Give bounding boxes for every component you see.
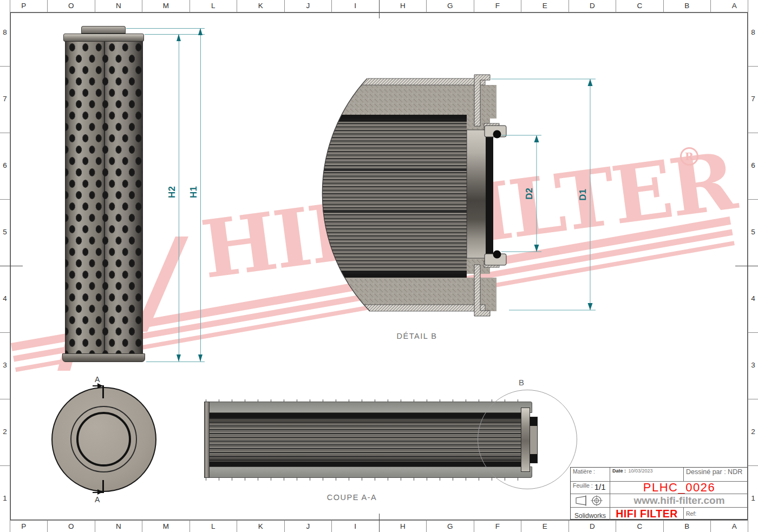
- dimension-label-d2: D2: [524, 188, 534, 200]
- registered-trademark-icon: R: [680, 147, 698, 166]
- grid-tick: [748, 66, 758, 67]
- h2-arrow-bottom: [177, 354, 181, 362]
- h2-arrow-top: [177, 34, 181, 41]
- ref-label: Ref:: [686, 510, 696, 517]
- grid-tick: [748, 465, 758, 466]
- detail-callout-circle: [478, 390, 577, 489]
- grid-tick: [748, 399, 758, 399]
- grid-tick: [748, 133, 758, 133]
- grid-column-label: M: [155, 2, 177, 10]
- grid-tick: [95, 521, 95, 532]
- section-outer-band-bottom: [206, 467, 532, 478]
- grid-tick: [568, 521, 569, 532]
- grid-tick: [190, 0, 190, 12]
- grid-tick: [521, 521, 521, 532]
- grid-column-label: C: [629, 522, 650, 530]
- grid-column-label: B: [676, 2, 698, 10]
- grid-tick: [663, 521, 664, 532]
- center-mark-top: [379, 0, 380, 18]
- website: www.hifi-filter.com: [610, 494, 748, 508]
- grid-column-label: N: [108, 522, 129, 530]
- grid-row-label: 1: [0, 494, 10, 502]
- title-block: Matière : Date : 10/03/2023 Dessiné par …: [570, 467, 748, 520]
- grid-column-label: L: [202, 2, 224, 10]
- detail-callout-letter: B: [519, 378, 524, 387]
- grid-row-label: 8: [748, 28, 758, 36]
- section-black-band-bottom: [206, 462, 521, 467]
- center-mark-right: [735, 266, 758, 266]
- grid-column-label: H: [392, 522, 414, 530]
- grid-tick: [616, 521, 616, 532]
- grid-tick: [710, 521, 711, 532]
- section-outer-band-top: [206, 402, 532, 413]
- grid-column-label: G: [439, 522, 461, 530]
- grid-row-label: 1: [748, 494, 758, 502]
- h-extension-bottom: [146, 362, 205, 362]
- d1-arrow-bottom: [588, 303, 593, 310]
- grid-column-label: O: [60, 522, 82, 530]
- center-mark-bottom: [379, 514, 380, 532]
- part-number: PLHC_0026: [610, 482, 748, 494]
- grid-tick: [284, 521, 285, 532]
- detail-black-band-top: [321, 115, 467, 119]
- top-view-circle: [51, 387, 156, 492]
- grid-column-label: D: [581, 522, 603, 530]
- grid-column-label: N: [108, 2, 129, 10]
- front-view-seam: [104, 42, 105, 353]
- grid-column-label: I: [344, 2, 366, 10]
- grid-column-label: E: [534, 2, 556, 10]
- h2-extension-top: [145, 34, 205, 35]
- grid-tick: [748, 199, 758, 200]
- grid-tick: [190, 521, 190, 532]
- grid-tick: [47, 0, 48, 12]
- d2-arrow-top: [534, 135, 539, 142]
- drawing-sheet: HIFI FILTER R H2 H1 A A: [0, 0, 758, 532]
- grid-row-label: 7: [748, 95, 758, 103]
- detail-black-band-bottom: [321, 274, 467, 278]
- d2-arrow-bottom: [534, 245, 539, 252]
- grid-tick: [521, 0, 521, 12]
- section-arrow-bottom-icon: [97, 489, 103, 495]
- grid-column-label: O: [60, 2, 82, 10]
- grid-tick: [0, 133, 10, 133]
- grid-tick: [0, 399, 10, 399]
- h1-arrow-bottom: [198, 354, 202, 362]
- grid-tick: [0, 465, 10, 466]
- front-view-bottom-cap: [62, 353, 145, 362]
- grid-column-label: D: [581, 2, 603, 10]
- grid-row-label: 2: [748, 428, 758, 436]
- grid-row-label: 6: [748, 161, 758, 169]
- grid-row-label: 2: [0, 428, 10, 436]
- h1-extension-top: [126, 28, 205, 29]
- grid-row-label: 5: [0, 228, 10, 236]
- front-view-top-flange: [63, 34, 144, 42]
- grid-tick: [142, 521, 142, 532]
- grid-tick: [0, 332, 10, 333]
- grid-tick: [426, 521, 427, 532]
- detail-oring-bottom: [493, 251, 501, 259]
- grid-column-label: J: [297, 2, 319, 10]
- grid-column-label: K: [250, 522, 271, 530]
- section-view-label: COUPE A-A: [317, 493, 387, 502]
- grid-tick: [0, 199, 10, 200]
- grid-column-label: A: [723, 522, 745, 530]
- projection-symbol-icon: [571, 494, 610, 508]
- grid-column-label: F: [487, 2, 508, 10]
- section-left-cap: [204, 402, 210, 478]
- pleat-ticks-bottom: [206, 478, 531, 481]
- grid-tick: [710, 0, 711, 12]
- grid-column-label: H: [392, 2, 414, 10]
- section-pleat-core: [206, 418, 521, 462]
- grid-tick: [47, 521, 48, 532]
- grid-row-label: 4: [748, 294, 758, 303]
- grid-tick: [237, 521, 237, 532]
- section-arrow-top-icon: [97, 383, 103, 389]
- grid-row-label: 6: [0, 161, 10, 169]
- grid-tick: [474, 521, 474, 532]
- dimension-label-h2: H2: [165, 182, 180, 202]
- software-label: Solidworks: [571, 508, 610, 520]
- grid-column-label: G: [439, 2, 461, 10]
- date-label: Date :: [612, 468, 626, 474]
- grid-tick: [616, 0, 616, 12]
- center-mark-left: [0, 266, 23, 266]
